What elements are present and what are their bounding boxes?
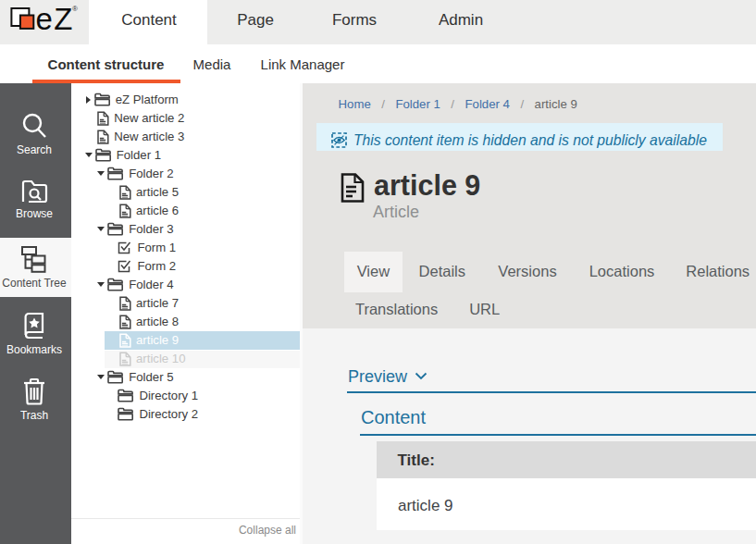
- svg-text:eZ: eZ: [36, 2, 73, 36]
- svg-text:®: ®: [72, 5, 78, 13]
